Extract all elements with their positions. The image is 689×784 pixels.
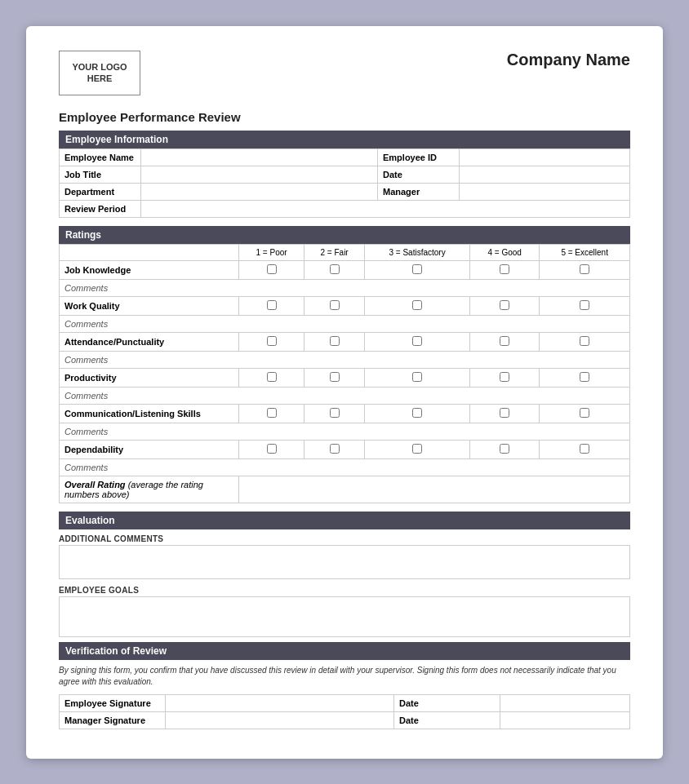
dependability-2[interactable] bbox=[304, 440, 365, 458]
productivity-4[interactable] bbox=[470, 368, 540, 387]
manager-value[interactable] bbox=[460, 183, 630, 200]
page: YOUR LOGOHERE Company Name Employee Perf… bbox=[26, 26, 663, 759]
communication-2[interactable] bbox=[304, 404, 365, 423]
attendance-1[interactable] bbox=[239, 332, 304, 351]
communication-5[interactable] bbox=[540, 404, 630, 423]
employee-goals-label: EMPLOYEE GOALS bbox=[59, 586, 630, 595]
work-quality-1[interactable] bbox=[239, 296, 304, 315]
checkbox[interactable] bbox=[412, 372, 422, 382]
employee-info-header: Employee Information bbox=[59, 131, 630, 148]
communication-1[interactable] bbox=[239, 404, 304, 423]
checkbox[interactable] bbox=[330, 264, 340, 274]
employee-sig-value[interactable] bbox=[166, 694, 394, 711]
table-row: Comments bbox=[60, 315, 630, 332]
checkbox[interactable] bbox=[267, 408, 277, 418]
table-row: Job Knowledge bbox=[60, 260, 630, 279]
ratings-table: 1 = Poor 2 = Fair 3 = Satisfactory 4 = G… bbox=[59, 244, 630, 503]
checkbox[interactable] bbox=[267, 300, 277, 310]
dependability-4[interactable] bbox=[470, 440, 540, 458]
employee-id-value[interactable] bbox=[460, 148, 630, 166]
table-row: Dependability bbox=[60, 440, 630, 458]
checkbox[interactable] bbox=[330, 444, 340, 454]
table-row: Review Period bbox=[60, 200, 630, 217]
checkbox[interactable] bbox=[500, 264, 509, 274]
checkbox[interactable] bbox=[500, 336, 509, 346]
checkbox[interactable] bbox=[412, 264, 422, 274]
checkbox[interactable] bbox=[500, 372, 509, 382]
date-value[interactable] bbox=[460, 166, 630, 183]
job-knowledge-1[interactable] bbox=[239, 260, 304, 279]
overall-rating-value[interactable] bbox=[239, 476, 630, 503]
dependability-3[interactable] bbox=[365, 440, 470, 458]
logo-box: YOUR LOGOHERE bbox=[59, 51, 140, 95]
job-knowledge-4[interactable] bbox=[470, 260, 540, 279]
checkbox[interactable] bbox=[580, 408, 589, 418]
attendance-3[interactable] bbox=[365, 332, 470, 351]
manager-sig-date-label: Date bbox=[394, 711, 500, 729]
work-quality-4[interactable] bbox=[470, 296, 540, 315]
job-knowledge-3[interactable] bbox=[365, 260, 470, 279]
checkbox[interactable] bbox=[412, 336, 422, 346]
job-knowledge-2[interactable] bbox=[304, 260, 365, 279]
checkbox[interactable] bbox=[330, 336, 340, 346]
attendance-4[interactable] bbox=[470, 332, 540, 351]
productivity-5[interactable] bbox=[540, 368, 630, 387]
dependability-1[interactable] bbox=[239, 440, 304, 458]
productivity-2[interactable] bbox=[304, 368, 365, 387]
checkbox[interactable] bbox=[267, 444, 277, 454]
checkbox[interactable] bbox=[330, 300, 340, 310]
dependability-5[interactable] bbox=[540, 440, 630, 458]
employee-name-value[interactable] bbox=[141, 148, 378, 166]
review-period-value[interactable] bbox=[141, 200, 630, 217]
checkbox[interactable] bbox=[330, 408, 340, 418]
department-label: Department bbox=[60, 183, 141, 200]
work-quality-3[interactable] bbox=[365, 296, 470, 315]
employee-sig-date-value[interactable] bbox=[500, 694, 630, 711]
productivity-3[interactable] bbox=[365, 368, 470, 387]
checkbox[interactable] bbox=[330, 372, 340, 382]
department-value[interactable] bbox=[141, 183, 378, 200]
attendance-comments: Comments bbox=[60, 351, 630, 368]
checkbox[interactable] bbox=[267, 372, 277, 382]
checkbox[interactable] bbox=[500, 300, 509, 310]
dependability-comments: Comments bbox=[60, 458, 630, 476]
work-quality-label: Work Quality bbox=[60, 296, 239, 315]
date-label: Date bbox=[378, 166, 460, 183]
checkbox[interactable] bbox=[500, 444, 509, 454]
checkbox[interactable] bbox=[412, 444, 422, 454]
job-knowledge-5[interactable] bbox=[540, 260, 630, 279]
attendance-2[interactable] bbox=[304, 332, 365, 351]
checkbox[interactable] bbox=[580, 336, 589, 346]
table-row: Department Manager bbox=[60, 183, 630, 200]
communication-3[interactable] bbox=[365, 404, 470, 423]
dependability-label: Dependability bbox=[60, 440, 239, 458]
table-row: Comments bbox=[60, 351, 630, 368]
employee-goals-box[interactable] bbox=[59, 596, 630, 637]
work-quality-2[interactable] bbox=[304, 296, 365, 315]
checkbox[interactable] bbox=[580, 444, 589, 454]
productivity-1[interactable] bbox=[239, 368, 304, 387]
criteria-header bbox=[60, 244, 239, 260]
checkbox[interactable] bbox=[412, 408, 422, 418]
checkbox[interactable] bbox=[412, 300, 422, 310]
communication-4[interactable] bbox=[470, 404, 540, 423]
additional-comments-label: ADDITIONAL COMMENTS bbox=[59, 534, 630, 543]
work-quality-5[interactable] bbox=[540, 296, 630, 315]
checkbox[interactable] bbox=[580, 300, 589, 310]
productivity-comments: Comments bbox=[60, 387, 630, 404]
productivity-label: Productivity bbox=[60, 368, 239, 387]
checkbox[interactable] bbox=[267, 336, 277, 346]
manager-sig-date-value[interactable] bbox=[500, 711, 630, 729]
additional-comments-box[interactable] bbox=[59, 545, 630, 579]
attendance-5[interactable] bbox=[540, 332, 630, 351]
manager-sig-value[interactable] bbox=[166, 711, 394, 729]
checkbox[interactable] bbox=[580, 264, 589, 274]
work-quality-comments: Comments bbox=[60, 315, 630, 332]
checkbox[interactable] bbox=[267, 264, 277, 274]
checkbox[interactable] bbox=[500, 408, 509, 418]
communication-label: Communication/Listening Skills bbox=[60, 404, 239, 423]
table-row: Overall Rating (average the rating numbe… bbox=[60, 476, 630, 503]
table-row: Manager Signature Date bbox=[60, 711, 630, 729]
checkbox[interactable] bbox=[580, 372, 589, 382]
job-title-value[interactable] bbox=[141, 166, 378, 183]
